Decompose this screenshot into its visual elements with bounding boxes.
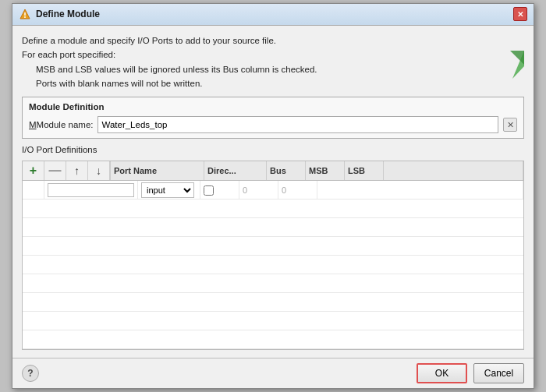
io-toolbar: + — ↑ ↓ Port Name Direc... Bus MSB LSB — [23, 161, 523, 181]
brand-logo — [501, 51, 524, 81]
info-line4: Ports with blank names will not be writt… — [36, 76, 524, 90]
io-port-definitions-section: I/O Port Definitions + — ↑ ↓ Port Name D… — [22, 145, 524, 350]
col-header-bus: Bus — [267, 161, 306, 180]
row-extra-cell — [317, 181, 523, 200]
svg-point-2 — [24, 16, 26, 18]
bus-cell[interactable] — [200, 181, 239, 200]
table-row — [23, 293, 523, 312]
info-line1: Define a module and specify I/O Ports to… — [22, 34, 524, 48]
table-row — [23, 200, 523, 218]
bus-checkbox[interactable] — [204, 185, 214, 196]
brand-logo-svg — [501, 51, 524, 79]
col-header-extra — [384, 161, 523, 180]
lsb-cell: 0 — [278, 181, 317, 200]
ok-button[interactable]: OK — [417, 363, 467, 383]
table-row — [23, 237, 523, 256]
dialog-title: Define Module — [36, 9, 100, 19]
io-port-label: I/O Port Definitions — [22, 145, 524, 154]
close-button[interactable]: ✕ — [513, 7, 527, 21]
io-table-body: input output inout 0 0 — [23, 181, 523, 349]
module-name-label: MModule name: — [29, 120, 93, 129]
module-definition-section: Module Definition MModule name: ✕ — [22, 97, 524, 139]
col-header-port-name: Port Name — [111, 161, 204, 180]
module-name-row: MModule name: ✕ — [29, 116, 517, 133]
table-row — [23, 256, 523, 274]
io-table-container: + — ↑ ↓ Port Name Direc... Bus MSB LSB — [22, 161, 524, 350]
module-name-clear-button[interactable]: ✕ — [503, 118, 517, 132]
table-row — [23, 330, 523, 349]
table-row — [23, 312, 523, 330]
help-button[interactable]: ? — [22, 365, 39, 382]
dialog-body: Define a module and specify I/O Ports to… — [12, 26, 534, 358]
cancel-button[interactable]: Cancel — [473, 363, 524, 383]
table-row — [23, 274, 523, 293]
add-port-button[interactable]: + — [23, 161, 44, 180]
col-header-direction: Direc... — [204, 161, 267, 180]
move-up-button[interactable]: ↑ — [66, 161, 88, 180]
table-row — [23, 218, 523, 237]
define-module-dialog: Define Module ✕ Define a module and spec… — [12, 3, 534, 390]
row-num-cell — [23, 181, 44, 200]
module-definition-label: Module Definition — [29, 102, 517, 111]
direction-cell[interactable]: input output inout — [138, 181, 200, 200]
info-text-block: Define a module and specify I/O Ports to… — [22, 34, 524, 91]
direction-select[interactable]: input output inout — [141, 182, 194, 198]
dialog-icon — [19, 8, 31, 20]
footer-buttons: OK Cancel — [417, 363, 524, 383]
remove-port-button[interactable]: — — [44, 161, 66, 180]
col-header-lsb: LSB — [345, 161, 384, 180]
table-row: input output inout 0 0 — [23, 181, 523, 200]
module-name-input[interactable] — [98, 116, 498, 133]
port-name-cell[interactable] — [44, 181, 138, 200]
title-bar: Define Module ✕ — [12, 4, 534, 26]
info-line3: MSB and LSB values will be ignored unles… — [36, 62, 524, 76]
msb-cell: 0 — [239, 181, 278, 200]
port-name-input[interactable] — [48, 183, 134, 197]
title-bar-left: Define Module — [19, 8, 100, 20]
move-down-button[interactable]: ↓ — [88, 161, 110, 180]
dialog-footer: ? OK Cancel — [12, 358, 534, 388]
col-header-msb: MSB — [306, 161, 345, 180]
info-line2: For each port specified: — [22, 48, 524, 62]
